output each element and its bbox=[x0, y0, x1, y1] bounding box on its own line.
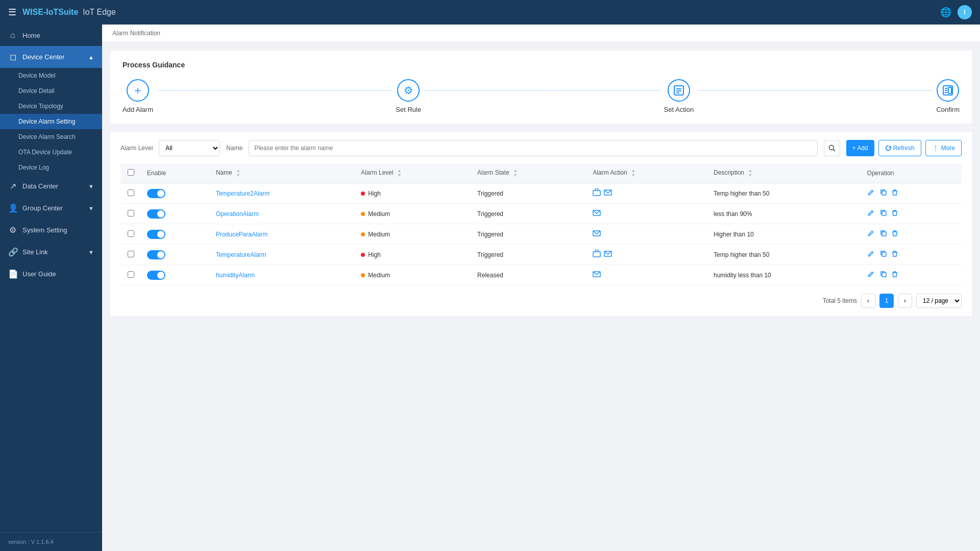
sidebar-sub-device-model[interactable]: Device Model bbox=[0, 68, 102, 83]
edit-icon[interactable] bbox=[867, 271, 876, 279]
row-checkbox[interactable] bbox=[128, 271, 134, 278]
row-checkbox[interactable] bbox=[128, 251, 134, 257]
table-row: ProduceParaAlarmMediumTriggered Higher t… bbox=[120, 224, 962, 245]
sidebar-sub-device-log[interactable]: Device Log bbox=[0, 160, 102, 175]
copy-icon[interactable] bbox=[880, 271, 889, 279]
more-button[interactable]: ⋮ More bbox=[925, 140, 962, 156]
prev-page-button[interactable]: ‹ bbox=[861, 294, 875, 308]
device-action-icon[interactable] bbox=[593, 250, 601, 259]
next-page-button[interactable]: › bbox=[898, 294, 912, 308]
delete-icon[interactable] bbox=[891, 189, 898, 198]
email-action-icon[interactable] bbox=[593, 270, 601, 280]
th-enable: Enable bbox=[141, 163, 210, 183]
operation-cell bbox=[861, 183, 962, 204]
description-cell: Temp higher than 50 bbox=[707, 183, 861, 204]
email-action-icon[interactable] bbox=[604, 250, 612, 259]
alarm-name-cell: ProduceParaAlarm bbox=[210, 224, 355, 245]
copy-icon[interactable] bbox=[880, 251, 889, 259]
alarm-action-cell bbox=[586, 245, 707, 265]
alarm-level-label: Alarm Level bbox=[120, 145, 153, 152]
enable-toggle[interactable] bbox=[147, 209, 165, 219]
step-confirm[interactable]: Confirm bbox=[936, 79, 960, 113]
step-add-alarm[interactable]: ＋ Add Alarm bbox=[122, 79, 153, 113]
th-alarm-action[interactable]: Alarm Action ▲▼ bbox=[586, 163, 707, 183]
description-cell: Higher than 10 bbox=[707, 224, 861, 245]
sidebar-sub-ota-device-update[interactable]: OTA Device Update bbox=[0, 145, 102, 160]
alarm-state-cell: Triggered bbox=[471, 245, 586, 265]
menu-icon[interactable]: ☰ bbox=[8, 7, 16, 18]
th-name[interactable]: Name ▲▼ bbox=[210, 163, 355, 183]
navbar: ☰ WISE-IoTSuite IoT Edge 🌐 I bbox=[0, 0, 980, 25]
email-action-icon[interactable] bbox=[593, 229, 601, 239]
copy-icon[interactable] bbox=[880, 210, 889, 218]
site-link-icon: 🔗 bbox=[8, 247, 17, 257]
copy-icon[interactable] bbox=[880, 230, 889, 238]
enable-toggle[interactable] bbox=[147, 271, 165, 280]
edit-icon[interactable] bbox=[867, 189, 876, 198]
enable-toggle[interactable] bbox=[147, 250, 165, 259]
sidebar-sub-device-alarm-search[interactable]: Device Alarm Search bbox=[0, 129, 102, 145]
sidebar-item-site-link[interactable]: 🔗 Site Link ▼ bbox=[0, 241, 102, 263]
set-rule-icon: ⚙ bbox=[397, 79, 420, 102]
delete-icon[interactable] bbox=[891, 210, 898, 218]
copy-icon[interactable] bbox=[880, 189, 889, 198]
search-button[interactable] bbox=[824, 140, 840, 156]
enable-toggle[interactable] bbox=[147, 189, 165, 198]
table-row: OperationAlarmMediumTriggered less than … bbox=[120, 204, 962, 224]
sidebar-item-home[interactable]: ⌂ Home bbox=[0, 25, 102, 46]
th-alarm-level[interactable]: Alarm Level ▲▼ bbox=[355, 163, 471, 183]
filter-row: Alarm Level All High Medium Low Name bbox=[120, 140, 962, 156]
breadcrumb: Alarm Notification bbox=[102, 25, 980, 42]
sidebar-sub-device-detail[interactable]: Device Detail bbox=[0, 83, 102, 99]
sidebar-item-device-center[interactable]: ◻ Device Center ▲ bbox=[0, 46, 102, 68]
th-operation: Operation bbox=[861, 163, 962, 183]
row-checkbox[interactable] bbox=[128, 189, 134, 196]
edit-icon[interactable] bbox=[867, 251, 876, 259]
process-title: Process Guidance bbox=[122, 61, 960, 69]
row-checkbox[interactable] bbox=[128, 230, 134, 237]
chevron-down-icon-group: ▼ bbox=[88, 205, 94, 211]
step-set-rule[interactable]: ⚙ Set Rule bbox=[396, 79, 421, 113]
operation-cell bbox=[861, 265, 962, 285]
step-set-action[interactable]: Set Action bbox=[664, 79, 694, 113]
email-action-icon[interactable] bbox=[593, 209, 601, 219]
user-guide-icon: 📄 bbox=[8, 269, 17, 279]
pagination: Total 5 items ‹ 1 › 12 / page 20 / page … bbox=[120, 294, 962, 308]
group-center-icon: 👤 bbox=[8, 203, 17, 213]
page-size-select[interactable]: 12 / page 20 / page 50 / page bbox=[916, 294, 962, 308]
avatar[interactable]: I bbox=[958, 5, 972, 19]
sidebar-item-group-center[interactable]: 👤 Group Center ▼ bbox=[0, 197, 102, 219]
svg-line-10 bbox=[833, 150, 835, 152]
sidebar-item-user-guide[interactable]: 📄 User Guide bbox=[0, 263, 102, 285]
delete-icon[interactable] bbox=[891, 271, 898, 279]
edit-icon[interactable] bbox=[867, 230, 876, 238]
name-search-input[interactable] bbox=[249, 140, 817, 156]
device-action-icon[interactable] bbox=[593, 188, 601, 198]
enable-toggle[interactable] bbox=[147, 230, 165, 239]
row-checkbox[interactable] bbox=[128, 210, 134, 217]
sidebar-item-system-setting[interactable]: ⚙ System Setting bbox=[0, 219, 102, 241]
alarm-state-cell: Triggered bbox=[471, 204, 586, 224]
sidebar-item-data-center[interactable]: ↗ Data Center ▼ bbox=[0, 175, 102, 197]
email-action-icon[interactable] bbox=[604, 188, 612, 198]
alarm-action-cell bbox=[586, 224, 707, 245]
globe-icon[interactable]: 🌐 bbox=[940, 7, 951, 18]
th-description[interactable]: Description ▲▼ bbox=[707, 163, 861, 183]
step-add-alarm-label: Add Alarm bbox=[122, 106, 153, 113]
th-alarm-state[interactable]: Alarm State ▲▼ bbox=[471, 163, 586, 183]
add-button[interactable]: + Add bbox=[846, 140, 874, 156]
edit-icon[interactable] bbox=[867, 210, 876, 218]
connector-1 bbox=[157, 90, 391, 91]
svg-rect-8 bbox=[948, 87, 951, 93]
operation-cell bbox=[861, 245, 962, 265]
alarm-level-cell: High bbox=[355, 245, 471, 265]
select-all-checkbox[interactable] bbox=[128, 169, 134, 176]
alarm-state-cell: Triggered bbox=[471, 183, 586, 204]
refresh-button[interactable]: Refresh bbox=[878, 140, 921, 156]
sidebar-sub-device-alarm-setting[interactable]: Device Alarm Setting bbox=[0, 114, 102, 129]
delete-icon[interactable] bbox=[891, 230, 898, 238]
delete-icon[interactable] bbox=[891, 251, 898, 259]
alarm-level-select[interactable]: All High Medium Low bbox=[159, 140, 220, 156]
page-1-button[interactable]: 1 bbox=[879, 294, 894, 308]
sidebar-sub-device-topology[interactable]: Device Topology bbox=[0, 99, 102, 114]
